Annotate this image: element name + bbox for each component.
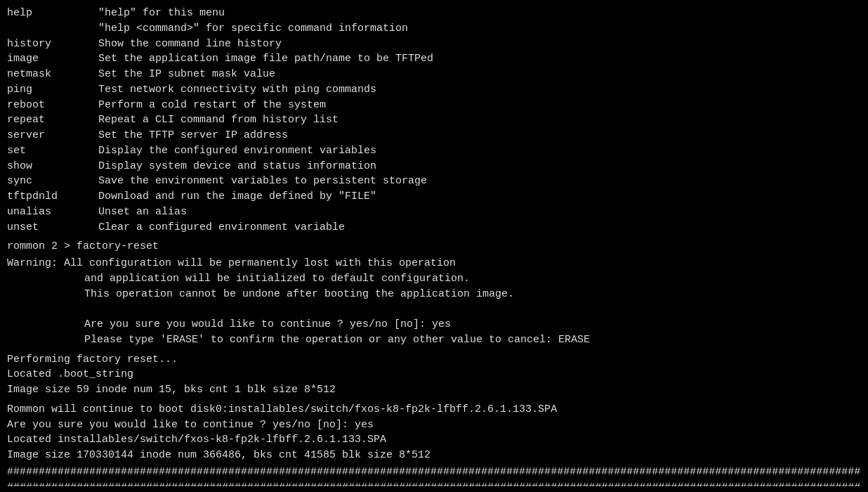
cmd-desc: "help" for this menu [98,6,861,21]
factory-reset-line-3: Image size 59 inode num 15, bks cnt 1 bl… [7,382,861,398]
factory-reset-block: Performing factory reset... Located .boo… [7,352,861,398]
warning-erase: Please type 'ERASE' to confirm the opera… [7,332,861,348]
list-item: server Set the TFTP server IP address [7,128,861,143]
warning-block: Warning: All configuration will be perma… [7,256,861,348]
boot-line-4: Image size 170330144 inode num 366486, b… [7,448,861,463]
factory-reset-line-2: Located .boot_string [7,367,861,382]
list-item: help "help" for this menu [7,6,861,21]
hash-line-2: ########################################… [7,480,861,487]
cmd-name: help [7,6,98,21]
list-item: tftpdnld Download and run the image defi… [7,189,861,205]
terminal-window: help "help" for this menu "help <command… [7,6,861,486]
boot-line-3: Located installables/switch/fxos-k8-fp2k… [7,432,861,448]
list-item: sync Save the environment variables to p… [7,174,861,189]
list-item: image Set the application image file pat… [7,51,861,67]
hash-block: ########################################… [7,465,861,486]
list-item: netmask Set the IP subnet mask value [7,67,861,82]
warning-line-3: This operation cannot be undone after bo… [7,287,861,302]
boot-block: Rommon will continue to boot disk0:insta… [7,402,861,463]
factory-reset-line-1: Performing factory reset... [7,352,861,368]
list-item: unalias Unset an alias [7,205,861,220]
prompt-line: rommon 2 > factory-reset [7,239,861,254]
warning-line-2: and application will be initialized to d… [7,271,861,287]
list-item: repeat Repeat a CLI command from history… [7,112,861,128]
boot-line-2: Are you sure you would like to continue … [7,417,861,433]
hash-line-1: ########################################… [7,465,861,480]
list-item: "help <command>" for specific command in… [7,21,861,37]
list-item: unset Clear a configured environment var… [7,220,861,235]
list-item: ping Test network connectivity with ping… [7,82,861,98]
cmd-desc-2: "help <command>" for specific command in… [98,21,861,37]
list-item: reboot Perform a cold restart of the sys… [7,98,861,113]
warning-question: Are you sure you would like to continue … [7,317,861,332]
warning-line-1: Warning: All configuration will be perma… [7,256,861,271]
boot-line-1: Rommon will continue to boot disk0:insta… [7,402,861,417]
list-item: show Display system device and status in… [7,159,861,174]
list-item: set Display the configured environment v… [7,143,861,159]
warning-line-blank [7,302,861,317]
list-item: history Show the command line history [7,37,861,52]
